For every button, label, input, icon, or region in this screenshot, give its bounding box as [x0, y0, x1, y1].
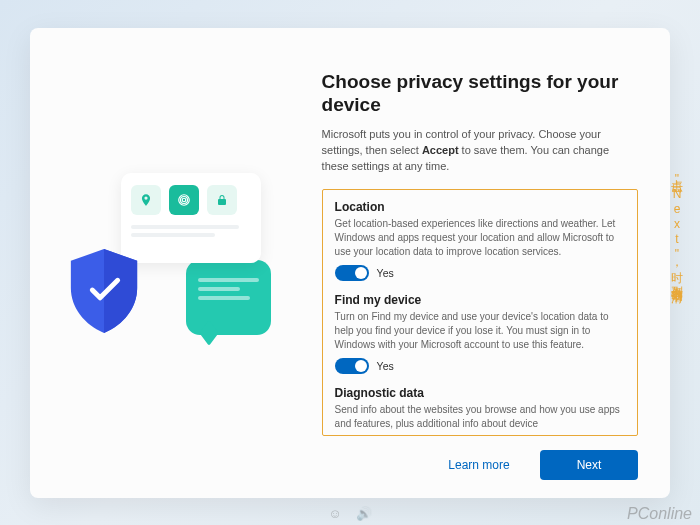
lock-icon: [207, 185, 237, 215]
setting-diagnostic-data: Diagnostic data Send info about the webs…: [335, 386, 625, 431]
content-pane: Choose privacy settings for your device …: [312, 28, 670, 498]
learn-more-button[interactable]: Learn more: [430, 450, 528, 480]
find-device-toggle[interactable]: [335, 358, 369, 374]
page-title: Choose privacy settings for your device: [322, 70, 638, 118]
volume-icon[interactable]: 🔊: [356, 506, 372, 521]
subtitle-bold: Accept: [422, 144, 459, 156]
next-button[interactable]: Next: [540, 450, 638, 480]
chat-bubble-graphic: [186, 260, 271, 335]
oobe-window: Choose privacy settings for your device …: [30, 28, 670, 498]
watermark: PConline: [627, 505, 692, 523]
setting-find-my-device: Find my device Turn on Find my device an…: [335, 293, 625, 374]
toggle-label: Yes: [377, 267, 394, 279]
setting-desc: Send info about the websites you browse …: [335, 403, 625, 431]
location-toggle[interactable]: [335, 265, 369, 281]
setting-desc: Get location-based experiences like dire…: [335, 217, 625, 259]
page-subtitle: Microsoft puts you in control of your pr…: [322, 127, 638, 175]
svg-point-0: [182, 198, 186, 202]
setting-title: Find my device: [335, 293, 625, 307]
shield-check-icon: [65, 247, 143, 335]
setting-desc: Turn on Find my device and use your devi…: [335, 310, 625, 352]
fingerprint-icon: [169, 185, 199, 215]
settings-scroll-area[interactable]: Location Get location-based experiences …: [322, 189, 638, 436]
accessibility-icon[interactable]: ☺: [328, 506, 341, 521]
setting-title: Diagnostic data: [335, 386, 625, 400]
location-pin-icon: [131, 185, 161, 215]
privacy-illustration: [71, 173, 271, 353]
svg-point-1: [180, 196, 187, 203]
footer-buttons: Learn more Next: [322, 436, 638, 480]
taskbar-tray: ☺ 🔊: [328, 506, 371, 521]
annotation-text: 点击"Next"时，列表会自动下滑: [670, 170, 684, 283]
toggle-label: Yes: [377, 360, 394, 372]
illustration-pane: [30, 28, 312, 498]
setting-title: Location: [335, 200, 625, 214]
setting-location: Location Get location-based experiences …: [335, 200, 625, 281]
